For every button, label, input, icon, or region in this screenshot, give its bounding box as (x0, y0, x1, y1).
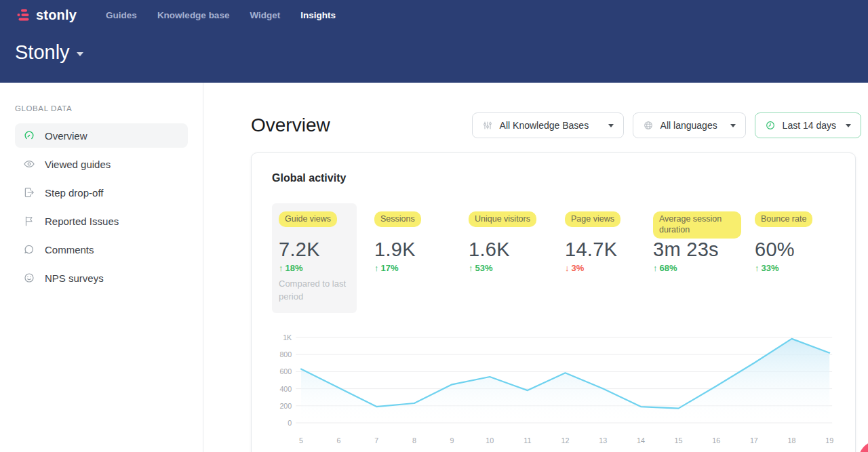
caret-down-icon (608, 124, 614, 127)
sidebar-item-viewed-guides[interactable]: Viewed guides (15, 152, 188, 176)
trend-up-icon: ↑ (279, 263, 283, 273)
svg-text:6: 6 (337, 436, 341, 445)
smiley-icon (23, 272, 35, 284)
comment-icon (23, 243, 35, 255)
metric-page-views[interactable]: Page views14.7K↓3% (558, 203, 646, 283)
svg-text:9: 9 (450, 436, 454, 445)
workspace-switcher[interactable]: Stonly (15, 41, 83, 64)
page-title: Overview (251, 115, 330, 136)
metric-bounce-rate[interactable]: Bounce rate60%↑33% (748, 203, 835, 283)
metric-guide-views[interactable]: Guide views7.2K↑18%Compared to last peri… (272, 203, 357, 313)
metric-value: 3m 23s (653, 239, 741, 260)
step-dropoff-icon (23, 186, 35, 199)
metric-value: 7.2K (279, 239, 350, 260)
sidebar-item-nps-surveys[interactable]: NPS surveys (15, 266, 188, 290)
svg-text:400: 400 (279, 384, 292, 392)
stonly-logo-icon (16, 7, 31, 22)
filters: All Knowledge Bases All languages (472, 112, 861, 138)
sidebar-item-step-drop-off[interactable]: Step drop-off (15, 180, 188, 205)
stonly-logo[interactable]: stonly (16, 7, 77, 23)
svg-text:16: 16 (712, 436, 720, 445)
svg-text:7: 7 (374, 436, 378, 445)
metric-label: Unique visitors (469, 211, 536, 227)
sidebar-item-label: Overview (45, 130, 87, 142)
svg-text:8: 8 (412, 436, 416, 445)
metric-label: Average session duration (653, 211, 741, 239)
knowledge-bases-filter-label: All Knowledge Bases (500, 120, 589, 131)
date-range-filter[interactable]: Last 14 days (755, 112, 861, 138)
metrics-row: Guide views7.2K↑18%Compared to last peri… (272, 203, 835, 313)
flag-icon (23, 215, 35, 227)
metric-label: Page views (565, 211, 620, 227)
languages-filter[interactable]: All languages (633, 112, 746, 138)
clock-icon (765, 120, 776, 131)
metric-label: Bounce rate (755, 211, 812, 227)
topnav-item-widget[interactable]: Widget (239, 7, 290, 23)
svg-text:19: 19 (825, 436, 833, 445)
eye-icon (23, 158, 35, 170)
svg-text:18: 18 (788, 436, 796, 445)
languages-filter-label: All languages (660, 120, 717, 131)
trend-up-icon: ↑ (653, 263, 658, 273)
svg-text:13: 13 (599, 436, 607, 445)
metric-unique-visitors[interactable]: Unique visitors1.6K↑53% (462, 203, 558, 283)
metric-value: 60% (755, 239, 828, 260)
sidebar-item-comments[interactable]: Comments (15, 237, 188, 262)
topnav-item-insights[interactable]: Insights (290, 7, 346, 23)
sidebar-item-label: Viewed guides (45, 159, 111, 170)
card-title: Global activity (272, 172, 835, 184)
workspace-name: Stonly (15, 41, 70, 64)
svg-text:0: 0 (288, 419, 292, 427)
trend-up-icon: ↑ (469, 263, 473, 273)
trend-up-icon: ↑ (755, 263, 760, 273)
metric-change: ↑33% (755, 263, 828, 273)
global-activity-card: Global activity Guide views7.2K↑18%Compa… (251, 152, 856, 452)
globe-icon (643, 120, 654, 131)
metric-value: 1.9K (374, 239, 455, 260)
metric-change: ↑53% (469, 263, 551, 273)
svg-text:12: 12 (561, 436, 570, 445)
top-banner: stonly GuidesKnowledge baseWidgetInsight… (0, 0, 868, 83)
metric-label: Guide views (279, 211, 337, 227)
topnav-item-knowledge-base[interactable]: Knowledge base (147, 7, 240, 23)
svg-text:200: 200 (279, 401, 292, 409)
metric-sessions[interactable]: Sessions1.9K↑17% (368, 203, 462, 283)
svg-text:5: 5 (299, 436, 303, 445)
logo-text: stonly (36, 7, 77, 23)
activity-chart: 02004006008001K5678910111213141516171819 (272, 331, 835, 451)
metric-change: ↓3% (565, 263, 639, 273)
svg-text:1K: 1K (283, 333, 292, 342)
metric-average-session-duration[interactable]: Average session duration3m 23s↑68% (646, 203, 748, 283)
metric-label: Sessions (374, 211, 421, 227)
chevron-down-icon (77, 52, 83, 56)
caret-down-icon (846, 124, 851, 127)
svg-text:17: 17 (750, 436, 758, 445)
metric-value: 14.7K (565, 239, 639, 260)
svg-text:11: 11 (524, 436, 531, 445)
topnav-items: GuidesKnowledge baseWidgetInsights (96, 7, 346, 23)
topnav-item-guides[interactable]: Guides (96, 7, 147, 23)
metric-value: 1.6K (469, 239, 551, 260)
metric-change: ↑17% (374, 263, 455, 273)
sidebar-item-label: NPS surveys (45, 272, 104, 284)
sidebar-section-label: GLOBAL DATA (15, 104, 203, 112)
svg-text:800: 800 (279, 350, 292, 358)
svg-text:10: 10 (486, 436, 494, 445)
sidebar-item-reported-issues[interactable]: Reported Issues (15, 209, 188, 233)
metric-change: ↑18% (279, 263, 350, 273)
caret-down-icon (730, 124, 736, 127)
sidebar-item-label: Reported Issues (45, 215, 119, 227)
activity-area-chart: 02004006008001K5678910111213141516171819 (272, 331, 835, 451)
trend-down-icon: ↓ (565, 263, 570, 273)
main-content: Overview All Knowledge Bases (203, 83, 868, 452)
sidebar-item-overview[interactable]: Overview (15, 123, 188, 148)
svg-text:14: 14 (637, 436, 645, 445)
gauge-icon (23, 129, 35, 142)
svg-text:600: 600 (279, 367, 292, 375)
knowledge-bases-filter[interactable]: All Knowledge Bases (472, 112, 624, 138)
svg-text:15: 15 (675, 436, 683, 445)
date-range-filter-label: Last 14 days (783, 120, 836, 131)
trend-up-icon: ↑ (374, 263, 379, 273)
top-navigation: stonly GuidesKnowledge baseWidgetInsight… (16, 6, 852, 24)
sidebar-item-label: Step drop-off (45, 187, 103, 199)
